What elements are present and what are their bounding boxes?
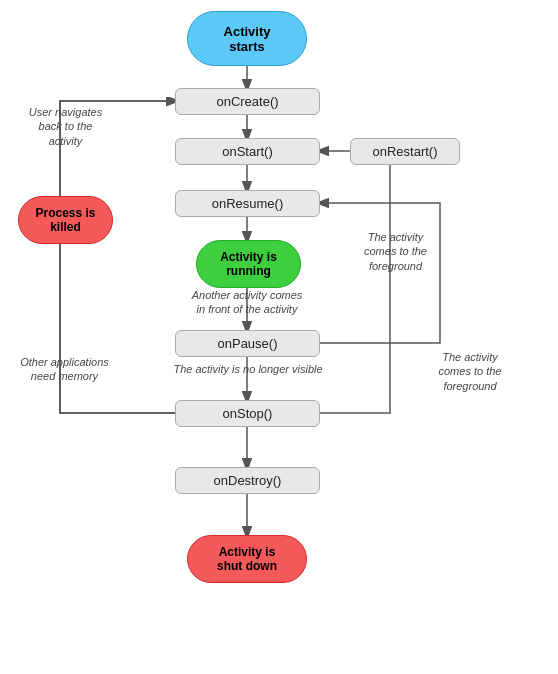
onresume-node: onResume() (175, 190, 320, 217)
user-navigates-label: User navigates back to the activity (18, 105, 113, 148)
activity-shutdown-label: Activity is shut down (217, 545, 277, 573)
ondestroy-label: onDestroy() (214, 473, 282, 488)
onpause-label: onPause() (218, 336, 278, 351)
ondestroy-node: onDestroy() (175, 467, 320, 494)
oncreate-label: onCreate() (216, 94, 278, 109)
onstart-label: onStart() (222, 144, 273, 159)
onrestart-label: onRestart() (372, 144, 437, 159)
onpause-node: onPause() (175, 330, 320, 357)
comes-foreground-1-label: The activity comes to the foreground (338, 230, 453, 273)
onstart-node: onStart() (175, 138, 320, 165)
no-longer-visible-label: The activity is no longer visible (148, 362, 348, 376)
process-killed-node: Process is killed (18, 196, 113, 244)
other-apps-label: Other applications need memory (12, 355, 117, 384)
activity-starts-label: Activity starts (224, 24, 271, 54)
another-activity-label: Another activity comes in front of the a… (152, 288, 342, 317)
activity-running-node: Activity is running (196, 240, 301, 288)
oncreate-node: onCreate() (175, 88, 320, 115)
onstop-node: onStop() (175, 400, 320, 427)
activity-lifecycle-diagram: Activity starts onCreate() onStart() onR… (0, 0, 558, 674)
activity-running-label: Activity is running (220, 250, 277, 278)
onresume-label: onResume() (212, 196, 284, 211)
onrestart-node: onRestart() (350, 138, 460, 165)
activity-starts-node: Activity starts (187, 11, 307, 66)
comes-foreground-2-label: The activity comes to the foreground (410, 350, 530, 393)
onstop-label: onStop() (223, 406, 273, 421)
activity-shutdown-node: Activity is shut down (187, 535, 307, 583)
process-killed-label: Process is killed (35, 206, 95, 234)
